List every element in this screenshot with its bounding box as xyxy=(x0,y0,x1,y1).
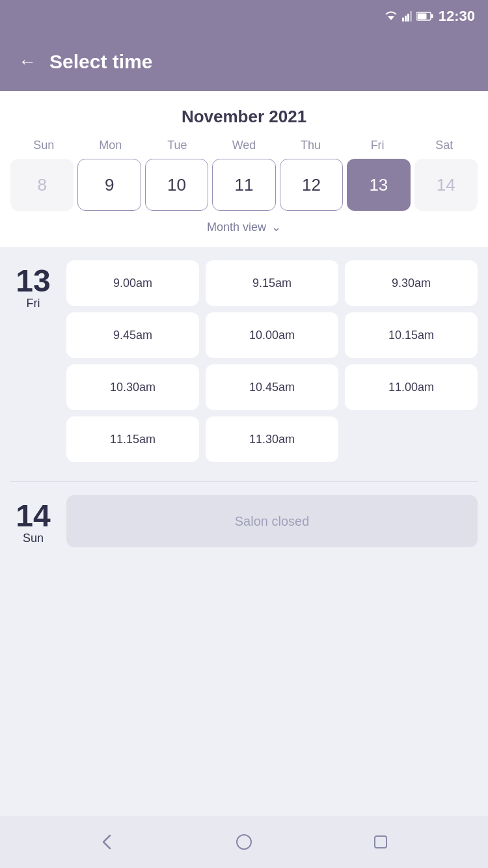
day-13-block: 13 Fri 9.00am 9.15am 9.30am 9.45am 10.00… xyxy=(10,260,478,462)
day-13-slots-grid: 9.00am 9.15am 9.30am 9.45am 10.00am 10.1… xyxy=(66,260,478,462)
svg-rect-7 xyxy=(417,14,426,20)
svg-rect-6 xyxy=(431,14,433,18)
salon-closed-label: Salon closed xyxy=(235,514,310,529)
calendar-dates: 8 9 10 11 12 13 14 xyxy=(10,159,478,211)
svg-marker-0 xyxy=(388,16,394,20)
timeslots-section: 13 Fri 9.00am 9.15am 9.30am 9.45am 10.00… xyxy=(0,247,488,816)
day-13-label: 13 Fri xyxy=(10,260,56,462)
slot-9-00am[interactable]: 9.00am xyxy=(66,260,199,306)
svg-rect-1 xyxy=(402,18,404,21)
day-header-thu: Thu xyxy=(277,139,344,152)
home-nav-icon xyxy=(235,833,253,851)
cal-date-9[interactable]: 9 xyxy=(77,159,141,211)
wifi-icon xyxy=(384,11,398,21)
status-icons xyxy=(384,11,433,21)
calendar-month: November 2021 xyxy=(10,107,478,127)
day-14-label: 14 Sun xyxy=(10,495,56,547)
svg-point-8 xyxy=(237,835,251,849)
slot-10-15am[interactable]: 10.15am xyxy=(345,312,478,358)
day-header-fri: Fri xyxy=(344,139,411,152)
back-nav-icon xyxy=(98,833,116,851)
cal-date-13[interactable]: 13 xyxy=(347,159,410,211)
slot-9-45am[interactable]: 9.45am xyxy=(66,312,199,358)
svg-rect-3 xyxy=(407,14,409,21)
nav-home-button[interactable] xyxy=(230,828,258,856)
slot-11-30am[interactable]: 11.30am xyxy=(206,416,338,462)
slot-11-00am[interactable]: 11.00am xyxy=(345,364,478,410)
day-14-num: 14 xyxy=(16,500,50,532)
slot-10-45am[interactable]: 10.45am xyxy=(206,364,338,410)
svg-rect-2 xyxy=(405,16,407,21)
divider xyxy=(10,481,478,482)
nav-recent-button[interactable] xyxy=(366,828,395,856)
cal-date-10[interactable]: 10 xyxy=(145,159,208,211)
calendar-days-header: Sun Mon Tue Wed Thu Fri Sat xyxy=(10,139,478,152)
day-header-tue: Tue xyxy=(144,139,211,152)
cal-date-8: 8 xyxy=(10,159,74,211)
slot-10-30am[interactable]: 10.30am xyxy=(66,364,199,410)
slot-9-15am[interactable]: 9.15am xyxy=(206,260,338,306)
calendar-section: November 2021 Sun Mon Tue Wed Thu Fri Sa… xyxy=(0,91,488,247)
salon-closed-block: Salon closed xyxy=(66,495,478,547)
slot-10-00am[interactable]: 10.00am xyxy=(206,312,338,358)
day-14-name: Sun xyxy=(23,532,44,545)
month-view-label: Month view xyxy=(207,221,266,234)
day-header-mon: Mon xyxy=(77,139,144,152)
day-header-sun: Sun xyxy=(10,139,77,152)
nav-back-button[interactable] xyxy=(93,828,122,856)
chevron-down-icon: ⌄ xyxy=(271,220,281,234)
slot-9-30am[interactable]: 9.30am xyxy=(345,260,478,306)
day-header-wed: Wed xyxy=(211,139,278,152)
nav-bar xyxy=(0,816,488,868)
day-header-sat: Sat xyxy=(411,139,478,152)
header: ← Select time xyxy=(0,33,488,91)
cal-date-11[interactable]: 11 xyxy=(212,159,275,211)
cal-date-14: 14 xyxy=(414,159,478,211)
month-view-toggle[interactable]: Month view ⌄ xyxy=(10,211,478,237)
svg-rect-4 xyxy=(410,11,412,21)
day-13-name: Fri xyxy=(27,297,40,310)
day-14-block: 14 Sun Salon closed xyxy=(10,495,478,547)
status-time: 12:30 xyxy=(439,8,475,25)
cal-date-12[interactable]: 12 xyxy=(280,159,343,211)
battery-icon xyxy=(416,12,433,21)
day-13-num: 13 xyxy=(16,265,50,297)
signal-icon xyxy=(402,11,413,21)
recent-nav-icon xyxy=(372,833,390,851)
status-bar: 12:30 xyxy=(0,0,488,33)
page-title: Select time xyxy=(49,51,152,73)
svg-rect-9 xyxy=(375,836,386,848)
back-button[interactable]: ← xyxy=(18,51,36,72)
slot-11-15am[interactable]: 11.15am xyxy=(66,416,199,462)
